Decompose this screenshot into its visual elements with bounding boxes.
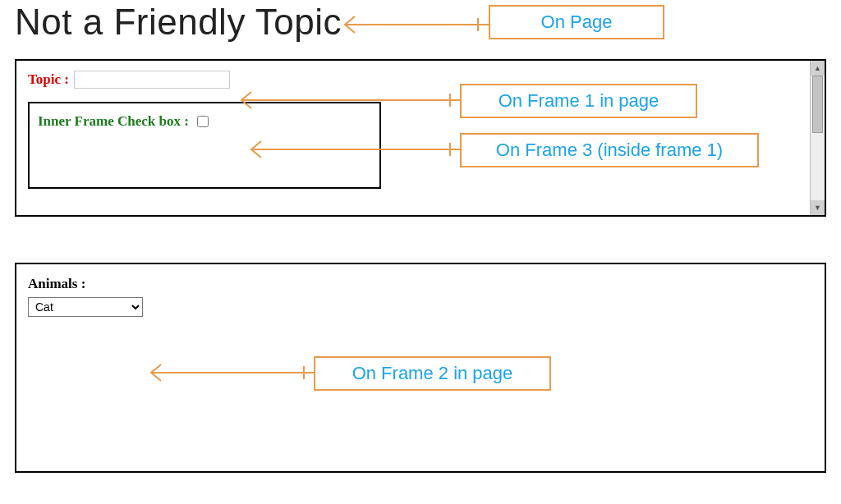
callout-on-frame2: On Frame 2 in page (314, 356, 551, 391)
arrow-on-frame3 (250, 140, 462, 159)
checkbox-row: Inner Frame Check box : (38, 113, 379, 130)
inner-frame-checkbox[interactable] (197, 116, 209, 127)
callout-on-frame3: On Frame 3 (inside frame 1) (460, 133, 759, 167)
scroll-up-icon[interactable]: ▲ (811, 61, 825, 76)
callout-on-frame1: On Frame 1 in page (460, 84, 697, 118)
checkbox-label: Inner Frame Check box : (38, 113, 189, 130)
arrow-on-frame1 (240, 90, 462, 110)
animals-label: Animals : (28, 276, 825, 292)
topic-label: Topic : (28, 71, 69, 88)
animals-select[interactable]: Cat (28, 297, 143, 317)
scrollbar[interactable]: ▲ ▼ (810, 61, 825, 215)
arrow-on-page (343, 15, 489, 34)
callout-on-page: On Page (489, 5, 664, 39)
scroll-thumb[interactable] (812, 76, 823, 133)
topic-row: Topic : (16, 61, 825, 89)
scroll-down-icon[interactable]: ▼ (811, 200, 825, 215)
topic-input[interactable] (74, 71, 230, 89)
arrow-on-frame2 (149, 363, 315, 383)
